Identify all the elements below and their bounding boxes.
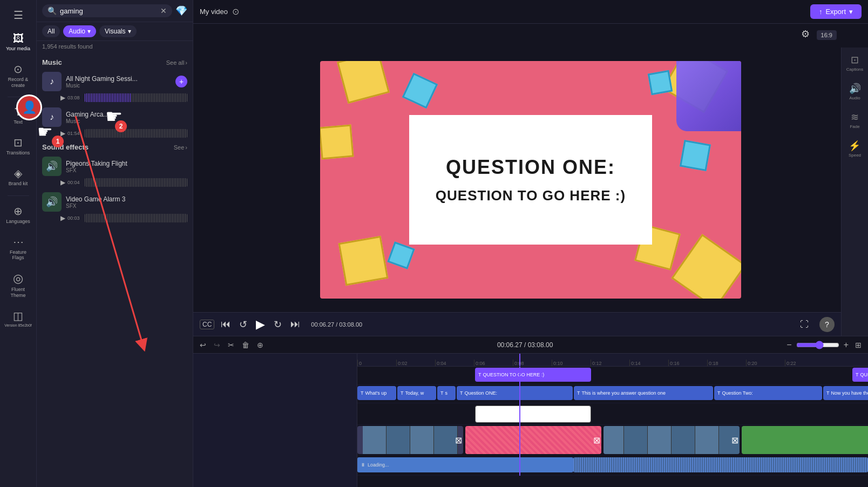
sidebar-item-transitions[interactable]: ⊡ Transitions xyxy=(2,132,35,160)
feature-flags-icon: ⋯ xyxy=(13,235,24,248)
delete-button[interactable]: 🗑 xyxy=(240,340,252,350)
captions-right-button[interactable]: ⊡ Captions xyxy=(846,54,864,72)
music-section-title: Music xyxy=(42,58,62,66)
sfx-see-all-button[interactable]: See › xyxy=(174,144,187,151)
sidebar-item-menu[interactable]: ☰ xyxy=(2,4,35,26)
visuals-filter-label: Visuals xyxy=(105,28,125,35)
question-card: QUESTION ONE: QUESTION TO GO HERE :) xyxy=(409,115,652,245)
play-pause-button[interactable]: ▶ xyxy=(254,315,267,334)
filter-all-tab[interactable]: All xyxy=(42,25,60,37)
sfx-see-all-chevron-icon: › xyxy=(185,144,187,151)
menu-icon: ☰ xyxy=(13,9,23,22)
audio-right-button[interactable]: 🔊 Audio xyxy=(849,83,861,100)
timeline-toolbar: ↩ ↪ ✂ 🗑 ⊕ 00:06.27 / 03:08.00 − + ⊞ xyxy=(193,336,868,354)
music-item-gaming-arcade[interactable]: ♪ Gaming Arca... Music xyxy=(37,104,193,130)
sidebar-item-record[interactable]: ⊙ Record & create xyxy=(2,58,35,93)
sidebar-item-languages[interactable]: ⊕ Languages xyxy=(2,200,35,229)
video-clip-green[interactable]: ⊠ xyxy=(742,426,868,454)
sidebar-item-feature-flags[interactable]: ⋯ Feature Flags xyxy=(2,231,35,266)
rewind-button[interactable]: ↺ xyxy=(237,316,249,333)
fullscreen-button[interactable]: ⛶ xyxy=(800,320,809,329)
text-clip-q1[interactable]: T QUESTION TO GO HERE :) xyxy=(475,368,591,382)
text-clip-q2[interactable]: T QUESTION TO GO HERE :) xyxy=(852,368,868,382)
text-clip-q-two[interactable]: T Question Two: xyxy=(714,386,822,400)
music-section-header: Music See all › xyxy=(37,55,193,69)
skip-back-button[interactable]: ⏮ xyxy=(219,316,233,332)
music-see-all-button[interactable]: See all › xyxy=(166,59,187,66)
play-sfx-1-button[interactable]: ▶ xyxy=(60,179,65,186)
redo-button[interactable]: ↪ xyxy=(212,340,222,350)
speed-right-button[interactable]: ⚡ Speed xyxy=(849,140,861,158)
your-media-label: Your media xyxy=(6,46,30,52)
panel-content: Music See all › ♪ All Night Gaming Sessi… xyxy=(37,52,193,487)
filter-visuals-tab[interactable]: Visuals ▾ xyxy=(99,25,136,37)
sfx-controls-2: ▶ 00:03 xyxy=(37,214,193,225)
add-music-1-button[interactable]: + xyxy=(175,76,187,87)
copy-button[interactable]: ⊕ xyxy=(255,340,266,350)
sidebar-item-your-media[interactable]: 🖼 Your media xyxy=(2,28,35,56)
track-row-video: ⊠ ⊠ xyxy=(357,425,868,456)
play-music-2-button[interactable]: ▶ xyxy=(60,130,65,137)
filter-audio-tab[interactable]: Audio ▾ xyxy=(63,25,96,37)
help-button[interactable]: ? xyxy=(819,317,835,332)
save-status-button[interactable]: ⊙ xyxy=(232,6,239,17)
preview-settings-button[interactable]: ⚙ xyxy=(801,28,810,40)
sfx-waveform-1 xyxy=(85,178,187,187)
feature-flags-label: Feature Flags xyxy=(4,249,32,261)
text-clip-answer-one[interactable]: T This is where you answer question one xyxy=(574,386,713,400)
search-input[interactable] xyxy=(60,7,157,15)
text-clips-bottom: T What's up T Today, w T xyxy=(357,386,868,400)
track-labels xyxy=(193,354,357,487)
zoom-in-button[interactable]: + xyxy=(842,339,851,351)
zoom-out-button[interactable]: − xyxy=(784,339,794,351)
search-bar: 🔍 ✕ 💎 xyxy=(37,0,193,22)
text-clip-now[interactable]: T Now you have the ha xyxy=(823,386,868,400)
text-clip-today[interactable]: T Today, w xyxy=(397,386,436,400)
cut-button[interactable]: ✂ xyxy=(226,340,236,350)
premium-button[interactable]: 💎 xyxy=(175,5,187,17)
sfx-item-pigeons[interactable]: 🔊 Pigeons Taking Flight SFX xyxy=(37,153,193,179)
play-sfx-2-button[interactable]: ▶ xyxy=(60,214,65,222)
preview-canvas: QUESTION ONE: QUESTION TO GO HERE :) xyxy=(320,61,741,299)
sidebar-item-brand-kit[interactable]: ◈ Brand kit xyxy=(2,163,35,191)
music-type-1: Music xyxy=(66,83,171,89)
track-content-text-bottom: T What's up T Today, w T xyxy=(357,385,868,403)
export-button[interactable]: ↑ Export ▾ xyxy=(810,4,862,19)
text-clips-top: T QUESTION TO GO HERE :) T QUESTION TO G… xyxy=(357,368,868,382)
video-clip-person-1[interactable]: ⊠ xyxy=(357,426,463,454)
music-info-2: Gaming Arca... Music xyxy=(66,111,187,124)
video-clip-person-2[interactable]: ⊠ xyxy=(603,426,740,454)
fade-right-button[interactable]: ≋ Fade xyxy=(850,111,859,129)
filter-tabs: All Audio ▾ Visuals ▾ xyxy=(37,22,193,41)
question-title: QUESTION ONE: xyxy=(446,156,615,179)
sidebar-item-text[interactable]: T Text xyxy=(2,102,35,130)
sfx-item-alarm[interactable]: 🔊 Video Game Alarm 3 SFX xyxy=(37,189,193,215)
music-duration-1: 03:08 xyxy=(67,95,83,100)
zoom-slider[interactable] xyxy=(796,341,839,349)
sfx-thumb-1: 🔊 xyxy=(42,157,62,176)
track-area: 0 0:02 0:04 0:06 0:08 0:10 0:12 0:14 0:1… xyxy=(357,354,868,487)
text-clip-t-s[interactable]: T s xyxy=(437,386,456,400)
search-icon: 🔍 xyxy=(48,6,57,15)
closed-captions-button[interactable]: CC xyxy=(200,320,214,329)
your-media-icon: 🖼 xyxy=(13,32,24,45)
preview-wrap: QUESTION ONE: QUESTION TO GO HERE :) CC … xyxy=(193,24,868,336)
timeline-area: ↩ ↪ ✂ 🗑 ⊕ 00:06.27 / 03:08.00 − + ⊞ xyxy=(193,336,868,487)
video-clip-pink[interactable]: ⊠ xyxy=(465,426,601,454)
text-clip-whatsup[interactable]: T What's up xyxy=(357,386,396,400)
play-music-1-button[interactable]: ▶ xyxy=(60,94,65,102)
sfx-name-1: Pigeons Taking Flight xyxy=(66,160,187,167)
music-item-all-night[interactable]: ♪ All Night Gaming Sessi... Music + xyxy=(37,69,193,94)
audio-chevron-icon: ▾ xyxy=(87,28,91,35)
skip-forward-button[interactable]: ⏭ xyxy=(288,316,302,332)
sidebar-item-version[interactable]: ◫ Version 85e2b0f xyxy=(2,305,35,332)
search-input-wrap[interactable]: 🔍 ✕ xyxy=(42,4,172,17)
text-clip-q-one[interactable]: T Question ONE: xyxy=(457,386,573,400)
fit-timeline-button[interactable]: ⊞ xyxy=(853,340,864,350)
clear-search-button[interactable]: ✕ xyxy=(160,6,167,15)
blank-clip-1[interactable] xyxy=(475,405,591,423)
music-name-1: All Night Gaming Sessi... xyxy=(66,75,171,83)
sidebar-item-fluent-theme[interactable]: ◎ Fluent Theme xyxy=(2,267,35,303)
fast-forward-button[interactable]: ↻ xyxy=(272,316,284,333)
undo-button[interactable]: ↩ xyxy=(198,340,208,350)
